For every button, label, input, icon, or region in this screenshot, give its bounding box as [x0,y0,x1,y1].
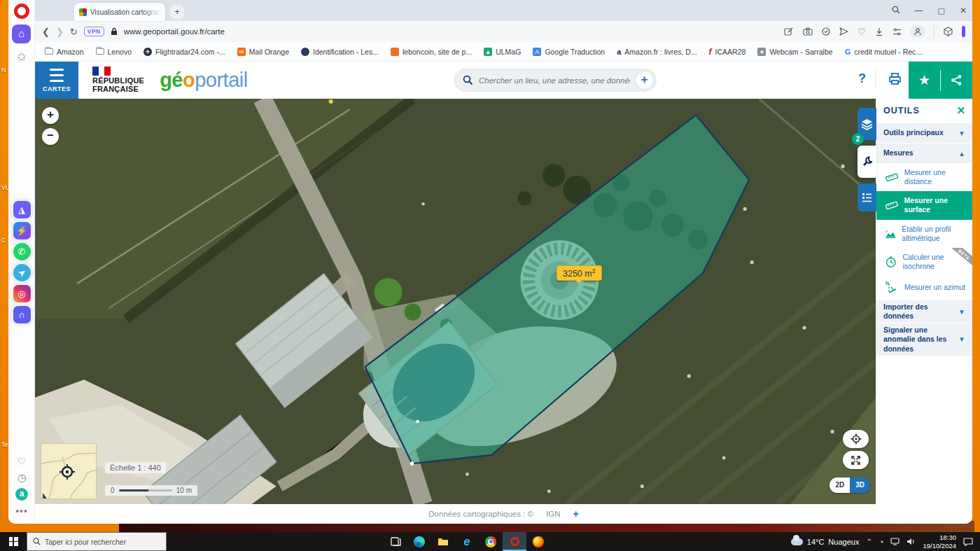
sidebar-more-icon[interactable]: ••• [15,505,28,517]
toggle-2d[interactable]: 2D [830,477,850,493]
attribution-ign[interactable]: IGN [546,510,560,518]
attribution-expand-icon[interactable]: + [573,508,579,519]
file-explorer-icon[interactable] [431,532,455,551]
share-button[interactable] [941,74,972,86]
taskbar-clock[interactable]: 18:30 19/10/2024 [923,533,956,550]
taskbar-search[interactable]: Taper ici pour rechercher [27,532,167,551]
panel-close-icon[interactable]: ✕ [956,104,965,117]
scale-bar-line [119,489,172,491]
internet-explorer-icon[interactable]: e [455,532,479,551]
legend-tab[interactable] [858,183,876,211]
url-text[interactable]: www.geoportail.gouv.fr/carte [124,27,778,36]
bookmark-item[interactable]: ●Webcam - Sarralbe [757,48,832,56]
tool-mesurer-azimut[interactable]: N Mesurer un azimut [876,276,972,300]
whatsapp-icon[interactable]: ✆ [13,243,31,260]
search-add-button[interactable]: + [636,71,653,89]
section-signaler-anomalie[interactable]: Signaler une anomalie dans les données▼ [876,323,972,355]
favorites-star-button[interactable]: ★ [909,72,940,88]
minimize-button[interactable]: — [915,6,923,15]
geolocate-button[interactable] [843,430,869,448]
bookmark-item[interactable]: AGoogle Traduction [533,48,605,56]
extensions-cube-icon[interactable] [944,27,953,36]
download-icon[interactable] [875,27,883,36]
sidebar-panel-toggle[interactable] [962,26,965,37]
reload-icon[interactable]: ↻ [70,27,78,37]
aria-app-icon[interactable]: ◮ [13,201,31,218]
bookmark-item[interactable]: Amazon [45,48,84,56]
bookmark-item[interactable]: ▲ULMaG [484,48,521,56]
telegram-icon[interactable]: ➤ [13,264,31,281]
bookmark-item[interactable]: ✈Flightradar24.com -... [144,48,225,56]
bookmark-item[interactable]: ✉Mail Orange [237,48,289,56]
notification-center-icon[interactable] [963,538,973,546]
amazon-sidebar-icon[interactable]: a [15,488,28,501]
zoom-out-button[interactable]: − [42,128,59,145]
opera-icon-active[interactable] [503,532,526,551]
tool-mesurer-surface[interactable]: Mesurer une surface [876,191,972,219]
maximize-button[interactable]: ▢ [938,6,945,15]
profile-icon[interactable] [911,26,925,37]
section-importer-donnees[interactable]: Importer des données▼ [876,300,972,323]
bookmark-item[interactable]: Lenovo [96,48,132,56]
chevron-down-icon: ▼ [958,130,965,137]
search-input[interactable] [479,76,630,85]
tools-tab-active[interactable] [858,146,876,178]
search-bar[interactable]: + [454,69,657,92]
search-icon [33,538,41,545]
tray-expand-icon[interactable]: ⌃ [866,538,872,545]
flow-send-icon[interactable] [839,27,848,36]
tool-profil-altimetrique[interactable]: z Établir un profil altimétrique [876,220,972,248]
bookmark-item[interactable]: aAmazon.fr : livres, D... [617,48,696,56]
bookmark-item[interactable]: Identification - Les... [301,48,379,56]
instagram-icon[interactable]: ◎ [13,285,31,302]
tool-calculer-isochrone[interactable]: Calculer une isochrone BETA [876,248,972,276]
tool-mesurer-distance[interactable]: Mesurer une distance [876,163,972,191]
edge-icon[interactable] [407,532,431,551]
vpn-badge[interactable]: VPN [84,27,104,36]
chrome-icon[interactable] [479,532,503,551]
fullscreen-button[interactable] [843,451,869,469]
edit-page-icon[interactable] [784,27,794,36]
taskbar-weather[interactable]: 14°C Nuageux [791,538,860,546]
speed-dial-button[interactable]: ⌂ [12,25,31,43]
bookmark-item[interactable]: fICAAR28 [709,47,746,57]
back-icon[interactable]: ❮ [42,27,50,37]
section-outils-principaux[interactable]: Outils principaux▼ [876,123,972,143]
volume-icon[interactable] [906,538,916,545]
print-button[interactable] [888,72,902,88]
heart-icon[interactable]: ♡ [858,27,866,37]
zoom-in-button[interactable]: + [42,107,59,124]
layers-tab[interactable]: 2 [858,108,876,140]
cartes-menu-button[interactable]: CARTES [35,62,78,99]
folder-icon [45,48,53,55]
geoportail-logo[interactable]: géoportail [160,69,248,92]
badge-shield-icon[interactable] [822,27,830,36]
browser-tab[interactable]: Visualisation cartographique [74,3,165,21]
network-display-icon[interactable] [890,538,899,545]
firefox-icon[interactable] [526,532,550,551]
player-app-icon[interactable]: ∩ [13,306,31,323]
start-button[interactable] [0,532,27,551]
task-view-button[interactable] [384,532,407,551]
overview-minimap[interactable] [41,443,97,499]
tab-search-icon[interactable] [892,6,900,16]
address-bar: ❮ ❯ ↻ VPN www.geoportail.gouv.fr/carte ♡ [35,21,972,42]
help-button[interactable]: ? [858,71,866,86]
new-tab-button[interactable]: + [170,5,184,19]
map-canvas[interactable]: + − 3250 m2 [35,99,876,504]
messenger-icon[interactable]: ⚡ [13,222,31,239]
bookmark-item[interactable]: leboncoin, site de p... [391,48,472,56]
bookmarks-icon[interactable]: ✩ [8,50,34,64]
forward-icon[interactable]: ❯ [56,27,64,37]
bookmark-item[interactable]: Gcredit mutuel - Rec... [845,48,922,56]
history-clock-icon[interactable]: ◷ [18,472,26,483]
snapshot-camera-icon[interactable] [803,27,813,36]
toggle-3d[interactable]: 3D [850,477,870,493]
opera-menu-icon[interactable] [14,4,29,19]
2d-3d-toggle[interactable]: 2D 3D [830,477,870,493]
tweaks-icon[interactable] [892,28,902,36]
section-mesures[interactable]: Mesures▲ [876,143,972,163]
tray-app-icon[interactable]: ◔ [879,538,884,546]
close-button[interactable]: ✕ [960,6,967,15]
favorites-heart-icon[interactable]: ♡ [18,456,27,467]
